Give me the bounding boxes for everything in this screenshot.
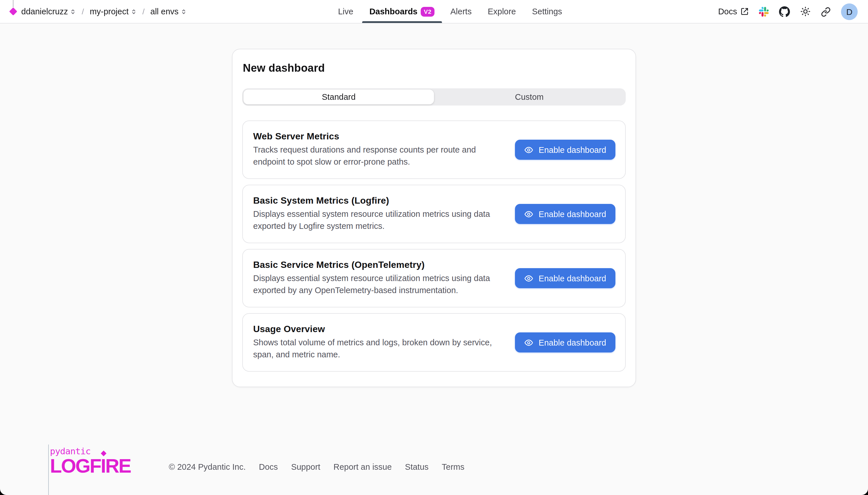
slack-button[interactable] <box>759 6 769 16</box>
enable-dashboard-label: Enable dashboard <box>539 209 606 219</box>
enable-dashboard-button[interactable]: Enable dashboard <box>515 268 616 288</box>
slack-icon <box>759 6 769 16</box>
enable-dashboard-button[interactable]: Enable dashboard <box>515 332 616 353</box>
nav-tab-explore[interactable]: Explore <box>488 0 516 23</box>
eye-icon <box>524 338 534 347</box>
footer-links: © 2024 Pydantic Inc. Docs Support Report… <box>169 462 464 472</box>
copyright-text: © 2024 Pydantic Inc. <box>169 462 246 472</box>
nav-tab-explore-label: Explore <box>488 7 516 16</box>
list-item-web-server-metrics: Web Server Metrics Tracks request durati… <box>242 120 626 179</box>
nav-tab-settings[interactable]: Settings <box>532 0 562 23</box>
nav-tab-live-label: Live <box>338 7 353 16</box>
github-icon <box>779 6 790 17</box>
enable-dashboard-label: Enable dashboard <box>539 145 606 154</box>
external-link-icon <box>740 7 749 16</box>
enable-dashboard-button[interactable]: Enable dashboard <box>515 204 616 224</box>
item-description: Displays essential system resource utili… <box>253 208 506 232</box>
beam-line-bottom <box>48 445 49 495</box>
breadcrumb-separator: / <box>80 7 86 16</box>
breadcrumb-env-label: all envs <box>150 7 179 16</box>
share-link-button[interactable] <box>821 6 831 16</box>
enable-dashboard-label: Enable dashboard <box>539 274 606 283</box>
tab-standard-label: Standard <box>322 92 356 102</box>
nav-tab-alerts-label: Alerts <box>451 7 472 16</box>
breadcrumb-project-label: my-project <box>90 7 129 16</box>
link-icon <box>821 6 831 16</box>
tab-custom-label: Custom <box>515 92 544 102</box>
footer-link-report-issue[interactable]: Report an issue <box>333 462 392 472</box>
breadcrumb-org-label: ddanielcruzz <box>21 7 68 16</box>
footer-link-support[interactable]: Support <box>291 462 320 472</box>
list-item-basic-service-metrics: Basic Service Metrics (OpenTelemetry) Di… <box>242 249 626 307</box>
docs-label: Docs <box>718 7 737 16</box>
page-title: New dashboard <box>243 62 626 74</box>
logfire-wordmark-text: LOGFIRE <box>50 455 131 477</box>
breadcrumb-separator: / <box>141 7 146 16</box>
eye-icon <box>524 145 534 154</box>
pydantic-logfire-logo[interactable]: pydantic LOGFIRE <box>50 446 131 476</box>
breadcrumb-env-selector[interactable]: all envs <box>150 7 186 16</box>
eye-icon <box>524 209 534 219</box>
main-content: New dashboard Standard Custom Web Server… <box>0 49 868 387</box>
tab-custom[interactable]: Custom <box>434 89 625 104</box>
logfire-wordmark: LOGFIRE <box>50 456 131 476</box>
sun-icon <box>800 6 810 17</box>
breadcrumb: ddanielcruzz / my-project / all envs <box>0 0 186 23</box>
chevron-up-down-icon <box>181 8 186 16</box>
nav-tab-alerts[interactable]: Alerts <box>451 0 472 23</box>
primary-nav: Live Dashboards V2 Alerts Explore Settin… <box>338 0 562 23</box>
breadcrumb-nav: ddanielcruzz / my-project / all envs <box>21 7 186 16</box>
new-dashboard-card: New dashboard Standard Custom Web Server… <box>232 49 636 387</box>
list-item-usage-overview: Usage Overview Shows total volume of met… <box>242 313 626 372</box>
enable-dashboard-label: Enable dashboard <box>539 338 606 347</box>
footer-link-status[interactable]: Status <box>405 462 428 472</box>
breadcrumb-project-selector[interactable]: my-project <box>90 7 137 16</box>
header-actions: Docs D <box>718 0 858 23</box>
breadcrumb-org-selector[interactable]: ddanielcruzz <box>21 7 76 16</box>
page-footer: pydantic LOGFIRE © 2024 Pydantic Inc. Do… <box>0 445 868 495</box>
browser-window: ddanielcruzz / my-project / all envs Liv… <box>0 0 868 495</box>
v2-badge: V2 <box>421 6 435 16</box>
nav-tab-settings-label: Settings <box>532 7 562 16</box>
tab-standard[interactable]: Standard <box>243 89 434 104</box>
top-nav: ddanielcruzz / my-project / all envs Liv… <box>0 0 868 23</box>
footer-link-docs[interactable]: Docs <box>259 462 278 472</box>
user-avatar[interactable]: D <box>841 3 858 20</box>
item-description: Tracks request durations and response co… <box>253 144 506 168</box>
nav-tab-live[interactable]: Live <box>338 0 353 23</box>
eye-icon <box>524 274 534 283</box>
github-button[interactable] <box>779 6 790 17</box>
avatar-initial: D <box>846 6 852 16</box>
logfire-diamond-icon <box>9 7 17 16</box>
item-description: Shows total volume of metrics and logs, … <box>253 337 506 361</box>
enable-dashboard-button[interactable]: Enable dashboard <box>515 140 616 160</box>
docs-link[interactable]: Docs <box>718 7 749 16</box>
chevron-up-down-icon <box>70 8 76 16</box>
chevron-up-down-icon <box>131 8 137 16</box>
nav-tab-dashboards-label: Dashboards <box>370 7 417 16</box>
list-item-basic-system-metrics: Basic System Metrics (Logfire) Displays … <box>242 185 626 243</box>
footer-link-terms[interactable]: Terms <box>442 462 464 472</box>
item-description: Displays essential system resource utili… <box>253 272 506 296</box>
nav-tab-dashboards[interactable]: Dashboards V2 <box>370 0 434 23</box>
dashboard-type-tabs: Standard Custom <box>242 88 626 105</box>
theme-toggle-button[interactable] <box>800 6 810 17</box>
dashboard-template-list: Web Server Metrics Tracks request durati… <box>242 120 626 372</box>
